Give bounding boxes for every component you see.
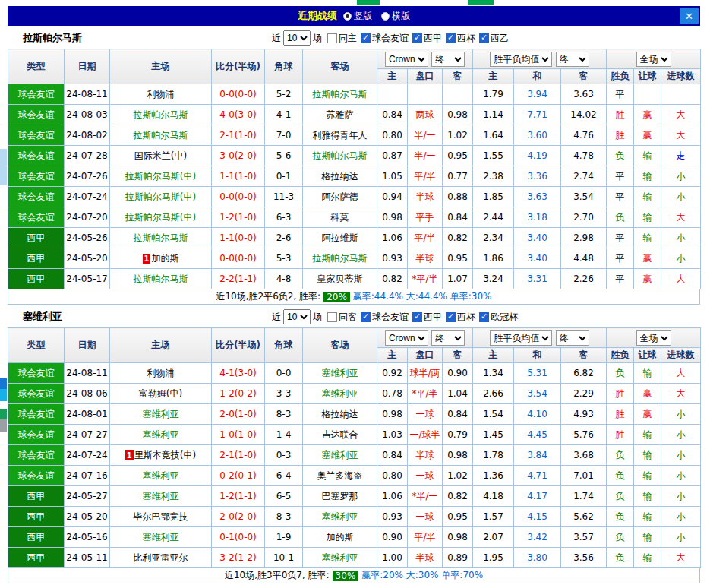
final-odds-select[interactable]: 终 (431, 330, 465, 346)
away-team-name: 拉斯帕尔马斯 (313, 253, 368, 264)
checkbox-icon (361, 312, 371, 322)
full-match-select[interactable]: 全场 (636, 330, 671, 346)
close-button[interactable]: ✕ (680, 8, 699, 24)
eu-draw-odds-cell: 3.54 (514, 384, 561, 404)
eu-away-odds-cell: 5.76 (561, 425, 607, 445)
team-section: 塞维利亚 近 10 场 同客 球会友谊 西甲 西杯 欧冠杯 (8, 308, 700, 583)
type-cell: 西甲 (8, 548, 65, 568)
final-odds-select[interactable]: 终 (431, 52, 465, 67)
goals-result-cell: 小 (661, 425, 701, 445)
goals-result-cell: 大 (661, 207, 701, 228)
bookmaker-select[interactable]: Crown (385, 330, 428, 346)
league-filter-checkbox[interactable]: 球会友谊 (361, 311, 409, 324)
away-team-name: 阿拉维斯 (322, 232, 358, 243)
home-team-name: 里斯本竞技(中) (134, 450, 196, 460)
eu-draw-odds-cell: 4.17 (514, 486, 561, 507)
goals-result-cell: 小 (661, 166, 701, 187)
final-avg-select[interactable]: 终 (556, 52, 589, 67)
league-filter-checkbox[interactable]: 西甲 (412, 32, 442, 45)
same-venue-filter[interactable]: 同主 (327, 32, 357, 45)
away-team-name: 奥兰多海盗 (317, 470, 363, 481)
result-cell: 胜 (607, 425, 634, 445)
league-filter-checkbox[interactable]: 西乙 (479, 32, 509, 45)
eu-draw-odds-cell: 3.63 (514, 187, 561, 207)
score-cell: 1-2(1-0) (212, 207, 265, 228)
ah-away-odds-cell: 1.02 (443, 125, 473, 146)
summary-row: 近10场,胜2平6负2, 胜率: 20% 赢率:44.4% 大:44.4% 单率… (8, 289, 700, 305)
eu-away-odds-cell: 3.56 (561, 548, 607, 568)
league-filter-checkbox[interactable]: 西杯 (446, 311, 475, 324)
eu-away-odds-cell: 4.78 (561, 146, 607, 166)
same-venue-filter[interactable]: 同客 (327, 311, 357, 324)
away-team-cell: 苏雅萨 (303, 105, 377, 125)
full-match-select[interactable]: 全场 (636, 52, 671, 67)
checkbox-label: 西杯 (457, 311, 475, 324)
league-filter-checkbox[interactable]: 西杯 (446, 32, 475, 45)
result-cell: 平 (607, 228, 634, 248)
away-team-cell: 塞维利亚 (303, 445, 377, 466)
score-cell: 1-2(1-1) (212, 486, 265, 507)
home-team-cell: 拉斯帕尔马斯 (110, 228, 212, 248)
table-row: 西甲 24-05-20 1加的斯 0-0(0-0) 5-3 拉斯帕尔马斯 0.9… (8, 248, 701, 269)
eu-away-odds-cell: 3.63 (561, 84, 607, 105)
ah-away-odds-cell: 0.82 (443, 486, 473, 507)
horizontal-layout-radio[interactable]: 横版 (381, 10, 410, 23)
eu-away-odds-cell: 2.98 (561, 228, 607, 248)
europe-odds-header: 胜平负均值 终 (473, 49, 607, 69)
home-team-cell: 利物浦 (110, 363, 212, 384)
col-header-away: 客场 (303, 49, 377, 84)
match-count-select[interactable]: 10 (283, 30, 311, 46)
ah-home-odds-cell: 1.06 (377, 486, 408, 507)
handicap-result-cell: 输 (634, 228, 661, 248)
edge-block-green[interactable] (0, 409, 7, 419)
eu-away-odds-cell: 1.74 (561, 486, 607, 507)
home-team-cell: 1里斯本竞技(中) (110, 445, 212, 466)
eu-away-odds-cell: 3.68 (561, 445, 607, 466)
away-team-name: 塞维利亚 (322, 552, 358, 563)
ah-home-odds-cell: 0.84 (377, 445, 408, 466)
away-team-name: 格拉纳达 (322, 171, 358, 182)
vertical-layout-radio[interactable]: 竖版 (343, 10, 372, 23)
type-cell: 球会友谊 (8, 207, 65, 228)
home-team-cell: 1加的斯 (110, 248, 212, 269)
table-row: 西甲 24-05-17 拉斯帕尔马斯 2-2(1-1) 4-8 皇家贝蒂斯 0.… (8, 269, 701, 289)
win-rate-badge: 30% (333, 571, 359, 581)
col-header-handicap-result: 让球 (634, 69, 661, 84)
bookmaker-select[interactable]: Crown (385, 52, 428, 67)
final-avg-select[interactable]: 终 (556, 330, 589, 346)
result-cell: 胜 (607, 384, 634, 404)
red-card-badge: 1 (143, 254, 151, 264)
handicap-line-cell: 半球 (408, 548, 443, 568)
col-header-away: 客场 (303, 328, 377, 363)
top-green-bar (357, 0, 380, 5)
league-filter-checkbox[interactable]: 欧冠杯 (479, 311, 518, 324)
type-cell: 球会友谊 (8, 146, 65, 166)
away-team-cell: 格拉纳达 (303, 166, 377, 187)
table-row: 球会友谊 24-07-24 1里斯本竞技(中) 2-1(1-0) 0-3 塞维利… (8, 445, 701, 466)
eu-draw-odds-cell: 3.80 (514, 548, 561, 568)
date-cell: 24-05-20 (65, 507, 110, 527)
avg-odds-select[interactable]: 胜平负均值 (490, 330, 552, 346)
goals-result-cell: 走 (661, 146, 701, 166)
home-team-name: 毕尔巴鄂竞技 (134, 511, 188, 522)
eu-draw-odds-cell: 4.19 (514, 146, 561, 166)
col-header-result: 胜负 (607, 348, 634, 363)
away-team-name: 塞维利亚 (322, 368, 358, 378)
league-filter-checkbox[interactable]: 西甲 (412, 311, 442, 324)
type-cell: 球会友谊 (8, 466, 65, 486)
filter-row: 拉斯帕尔马斯 近 10 场 同主 球会友谊 西甲 西杯 西乙 (8, 29, 700, 47)
edge-block-blue[interactable] (0, 378, 7, 389)
avg-odds-select[interactable]: 胜平负均值 (490, 52, 552, 67)
checkbox-label: 西甲 (424, 311, 442, 324)
corners-cell: 0-0 (265, 363, 303, 384)
edge-block-gray[interactable] (0, 419, 7, 432)
close-icon: ✕ (685, 11, 693, 22)
goals-result-cell: 小 (661, 486, 701, 507)
away-team-name: 巴塞罗那 (322, 491, 358, 501)
match-count-select[interactable]: 10 (283, 309, 311, 324)
corners-cell: 7-0 (265, 125, 303, 146)
league-filter-checkbox[interactable]: 球会友谊 (361, 32, 409, 45)
ah-home-odds-cell: 0.92 (377, 363, 408, 384)
edge-block-cyan[interactable] (0, 389, 7, 401)
away-team-name: 塞维利亚 (322, 388, 358, 399)
